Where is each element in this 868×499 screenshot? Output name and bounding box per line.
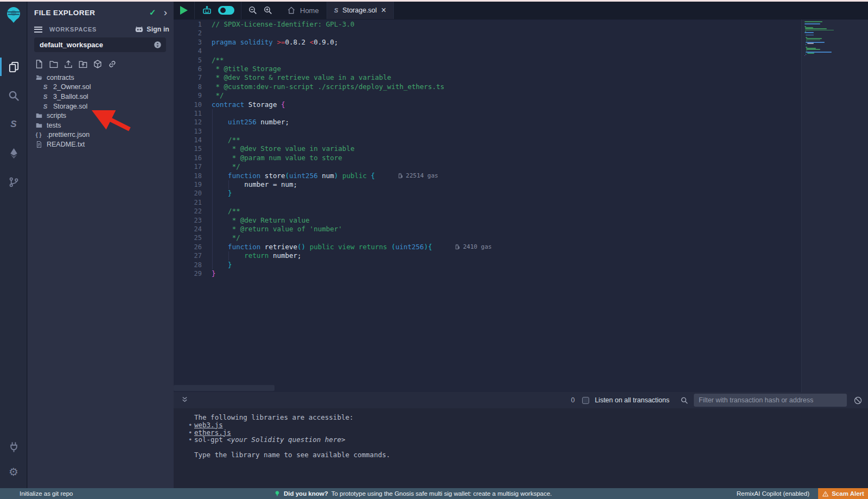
editor-pane: Home S Storage.sol × 1// SPDX-License-Id… (174, 2, 868, 488)
git-init-button[interactable]: Initialize as git repo (20, 490, 73, 497)
warning-icon (822, 490, 829, 497)
workspace-stepper-icon[interactable] (154, 41, 162, 49)
deploy-run-icon[interactable] (0, 141, 27, 165)
json-icon: { } (35, 131, 43, 139)
file-tree-item-3-ballot-sol[interactable]: S3_Ballot.sol (28, 92, 174, 102)
search-icon (680, 396, 688, 405)
code-line[interactable]: 16 * @param num value to store (174, 154, 801, 162)
code-line[interactable]: 20 } (174, 189, 801, 198)
play-icon (180, 6, 188, 15)
sign-in-button[interactable]: Sign in (135, 25, 169, 34)
code-line[interactable]: 4 (174, 47, 801, 55)
terminal-collapse-button[interactable] (181, 395, 192, 406)
zoom-out-icon[interactable] (248, 5, 258, 15)
close-tab-icon[interactable]: × (381, 7, 386, 14)
code-line[interactable]: 27 return number; (174, 251, 801, 260)
upload-folder-icon[interactable] (78, 59, 88, 70)
code-line[interactable]: 7 * @dev Store & retrieve value in a var… (174, 73, 801, 82)
remixai-robot-icon[interactable] (201, 5, 213, 16)
terminal-output[interactable]: The following libraries are accessible:•… (174, 408, 868, 488)
file-tree-item-scripts[interactable]: scripts (28, 111, 174, 121)
chevron-right-icon[interactable]: › (164, 9, 167, 16)
code-line[interactable]: 29} (174, 269, 801, 278)
remixai-controls (195, 2, 241, 19)
code-line[interactable]: 3pragma solidity >=0.8.2 <0.9.0; (174, 38, 801, 47)
code-line[interactable]: 15 * @dev Store value in variable (174, 144, 801, 153)
horizontal-scrollbar[interactable] (174, 385, 275, 391)
minimap[interactable] (801, 20, 868, 392)
file-explorer-panel: FILE EXPLORER ✓ › WORKSPACES Sign in def… (28, 2, 174, 488)
code-line[interactable]: 24 * @return value of 'number' (174, 225, 801, 233)
code-line[interactable]: 14 /** (174, 136, 801, 144)
listen-all-transactions-label: Listen on all transactions (595, 396, 669, 404)
did-you-know-tip: Did you know? To prototype using the Gno… (274, 490, 552, 497)
scam-alert-button[interactable]: Scam Alert (818, 488, 868, 499)
terminal-library-link[interactable]: ethers.js (194, 428, 231, 437)
run-script-button[interactable] (174, 2, 195, 19)
cube-icon[interactable] (93, 59, 103, 70)
code-line[interactable]: 25 */ (174, 233, 801, 242)
search-icon[interactable] (0, 84, 27, 108)
remix-logo-icon[interactable] (4, 5, 23, 24)
window-edge (0, 0, 868, 2)
plugin-manager-icon[interactable] (0, 435, 27, 459)
code-line[interactable]: 19 number = num; (174, 180, 801, 189)
settings-icon[interactable]: ⚙ (0, 460, 27, 484)
copilot-toggle[interactable] (218, 6, 234, 15)
home-icon (287, 6, 296, 15)
remix-ide-window: S ⚙ FILE EXPLORER ✓ › WORKSPACES Sign in… (0, 0, 868, 499)
new-file-icon[interactable] (34, 59, 44, 70)
remixai-copilot-status[interactable]: RemixAI Copilot (enabled) (737, 490, 809, 497)
file-actions-toolbar (34, 59, 117, 70)
transaction-filter-input[interactable] (694, 394, 847, 407)
file-tree-item-readme-txt[interactable]: README.txt (28, 140, 174, 149)
code-line[interactable]: 10contract Storage { (174, 100, 801, 109)
code-line[interactable]: 13 (174, 127, 801, 136)
github-icon (135, 25, 144, 34)
code-line[interactable]: 17 */ (174, 162, 801, 171)
terminal-panel: 0 Listen on all transactions The followi… (174, 392, 868, 488)
file-tree-item--prettierrc-json[interactable]: { }.prettierrc.json (28, 130, 174, 140)
code-line[interactable]: 28 } (174, 261, 801, 269)
zoom-in-icon[interactable] (263, 5, 273, 15)
solidity-compiler-icon[interactable]: S (0, 112, 27, 136)
workspace-select[interactable]: default_workspace (34, 37, 166, 52)
code-line[interactable]: 11 (174, 109, 801, 118)
new-folder-icon[interactable] (49, 59, 59, 70)
link-icon[interactable] (107, 59, 117, 70)
terminal-library-link[interactable]: web3.js (194, 421, 223, 429)
file-explorer-icon[interactable] (0, 55, 27, 79)
code-line[interactable]: 18 function store(uint256 num) public {2… (174, 172, 801, 180)
check-icon[interactable]: ✓ (149, 8, 156, 17)
code-line[interactable]: 21 (174, 198, 801, 207)
file-tree-item-2-owner-sol[interactable]: S2_Owner.sol (28, 83, 174, 92)
code-line[interactable]: 8 * @custom:dev-run-script ./scripts/dep… (174, 83, 801, 91)
clear-console-icon[interactable] (853, 396, 863, 405)
gas-estimate-badge: 22514 gas (398, 172, 438, 180)
code-line[interactable]: 6 * @title Storage (174, 65, 801, 73)
status-bar: Initialize as git repo Did you know? To … (0, 488, 868, 499)
file-tree-item-contracts[interactable]: contracts (28, 73, 174, 83)
code-line[interactable]: 23 * @dev Return value (174, 216, 801, 225)
workspaces-row: WORKSPACES Sign in (34, 24, 169, 34)
code-line[interactable]: 1// SPDX-License-Identifier: GPL-3.0 (174, 20, 801, 29)
upload-file-icon[interactable] (63, 59, 73, 70)
code-line[interactable]: 26 function retrieve() public view retur… (174, 243, 801, 251)
code-line[interactable]: 22 /** (174, 207, 801, 216)
code-line[interactable]: 2 (174, 29, 801, 37)
tab-storage-sol[interactable]: S Storage.sol × (327, 2, 394, 19)
git-icon[interactable] (0, 170, 27, 194)
folder-icon (35, 112, 43, 120)
code-editor[interactable]: 1// SPDX-License-Identifier: GPL-3.023pr… (174, 20, 868, 392)
file-tree-item-storage-sol[interactable]: SStorage.sol (28, 102, 174, 111)
code-line[interactable]: 12 uint256 number; (174, 118, 801, 127)
tab-home[interactable]: Home (279, 2, 327, 19)
solidity-icon: S (41, 92, 49, 100)
code-line[interactable]: 5/** (174, 56, 801, 65)
file-tree-item-tests[interactable]: tests (28, 121, 174, 130)
file-explorer-header: FILE EXPLORER ✓ › (34, 6, 169, 19)
zoom-controls (241, 2, 279, 19)
listen-all-transactions-checkbox[interactable] (582, 397, 589, 404)
workspaces-menu-icon[interactable] (34, 27, 42, 33)
code-line[interactable]: 9 */ (174, 91, 801, 100)
